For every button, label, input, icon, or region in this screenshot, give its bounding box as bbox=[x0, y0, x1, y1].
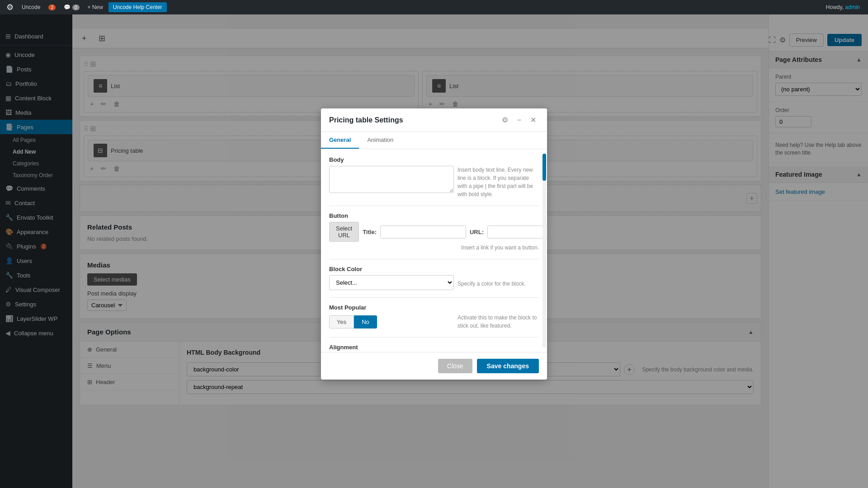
modal-footer: Close Save changes bbox=[321, 352, 547, 380]
updates-count: 2 bbox=[48, 5, 56, 10]
body-field-wrapper: Insert body text line. Every new line is… bbox=[329, 166, 539, 198]
admin-username: admin bbox=[845, 4, 860, 10]
modal-close-btn[interactable]: ✕ bbox=[528, 115, 539, 125]
most-popular-yes-btn[interactable]: Yes bbox=[329, 315, 354, 328]
modal-minimize-btn[interactable]: − bbox=[514, 115, 524, 125]
admin-bar-uncode[interactable]: Uncode bbox=[19, 4, 43, 10]
pricing-table-modal: Pricing table Settings ⚙ − ✕ General Ani… bbox=[321, 108, 547, 380]
modal-overlay[interactable]: Pricing table Settings ⚙ − ✕ General Ani… bbox=[0, 0, 868, 488]
button-label: Button bbox=[329, 212, 539, 219]
divider-1 bbox=[329, 206, 539, 206]
button-title-input[interactable] bbox=[380, 225, 466, 239]
modal-header-actions: ⚙ − ✕ bbox=[499, 115, 539, 125]
alignment-group: Alignment Center Specify the text alignm… bbox=[329, 344, 539, 352]
modal-scrollbar-track bbox=[542, 154, 546, 347]
wp-logo[interactable]: ⚙ bbox=[4, 2, 16, 12]
block-color-label: Block Color bbox=[329, 266, 539, 272]
body-textarea[interactable] bbox=[329, 166, 454, 193]
admin-bar-updates[interactable]: 2 bbox=[46, 5, 58, 10]
select-url-btn[interactable]: Select URL bbox=[329, 222, 359, 242]
modal-title: Pricing table Settings bbox=[329, 116, 403, 124]
most-popular-wrapper: Yes No Activate this to make the block t… bbox=[329, 314, 539, 330]
most-popular-toggle: Yes No bbox=[329, 315, 377, 328]
divider-2 bbox=[329, 259, 539, 259]
divider-4 bbox=[329, 337, 539, 338]
modal-tab-animation[interactable]: Animation bbox=[359, 132, 401, 149]
block-color-group: Block Color Select... Specify a color fo… bbox=[329, 266, 539, 290]
block-color-wrapper: Select... Specify a color for the block. bbox=[329, 275, 539, 290]
most-popular-label: Most Popular bbox=[329, 304, 539, 311]
body-field-group: Body Insert body text line. Every new li… bbox=[329, 156, 539, 198]
button-inline-field: Select URL Title: URL: bbox=[329, 222, 539, 242]
modal-close-footer-btn[interactable]: Close bbox=[438, 359, 472, 373]
modal-settings-btn[interactable]: ⚙ bbox=[499, 115, 511, 125]
most-popular-group: Most Popular Yes No Activate this to mak… bbox=[329, 304, 539, 330]
most-popular-no-btn[interactable]: No bbox=[354, 315, 377, 328]
most-popular-hint: Activate this to make the block to stick… bbox=[458, 314, 539, 330]
admin-bar: ⚙ Uncode 2 💬 0 + New Uncode Help Center … bbox=[0, 0, 868, 14]
modal-scrollbar-thumb[interactable] bbox=[542, 154, 546, 181]
block-color-select[interactable]: Select... bbox=[329, 275, 454, 290]
admin-bar-new[interactable]: + New bbox=[85, 4, 106, 10]
button-hint: Insert a link if you want a button. bbox=[329, 244, 539, 252]
admin-bar-comments[interactable]: 💬 0 bbox=[61, 4, 82, 10]
url-label: URL: bbox=[470, 229, 484, 235]
admin-bar-help[interactable]: Uncode Help Center bbox=[108, 2, 167, 12]
modal-tab-general[interactable]: General bbox=[321, 132, 359, 149]
button-field-group: Button Select URL Title: URL: Insert a l… bbox=[329, 212, 539, 252]
admin-bar-howdy: Howdy, admin bbox=[826, 4, 864, 10]
block-color-hint: Specify a color for the block. bbox=[458, 280, 539, 288]
body-label: Body bbox=[329, 156, 539, 163]
modal-tabs: General Animation bbox=[321, 132, 547, 149]
modal-save-btn[interactable]: Save changes bbox=[477, 359, 539, 373]
title-label: Title: bbox=[363, 229, 377, 235]
divider-3 bbox=[329, 297, 539, 298]
modal-header: Pricing table Settings ⚙ − ✕ bbox=[321, 108, 547, 132]
button-url-input[interactable] bbox=[487, 225, 547, 239]
alignment-label: Alignment bbox=[329, 344, 539, 351]
body-hint: Insert body text line. Every new line is… bbox=[458, 166, 539, 198]
modal-body: Body Insert body text line. Every new li… bbox=[321, 149, 547, 352]
